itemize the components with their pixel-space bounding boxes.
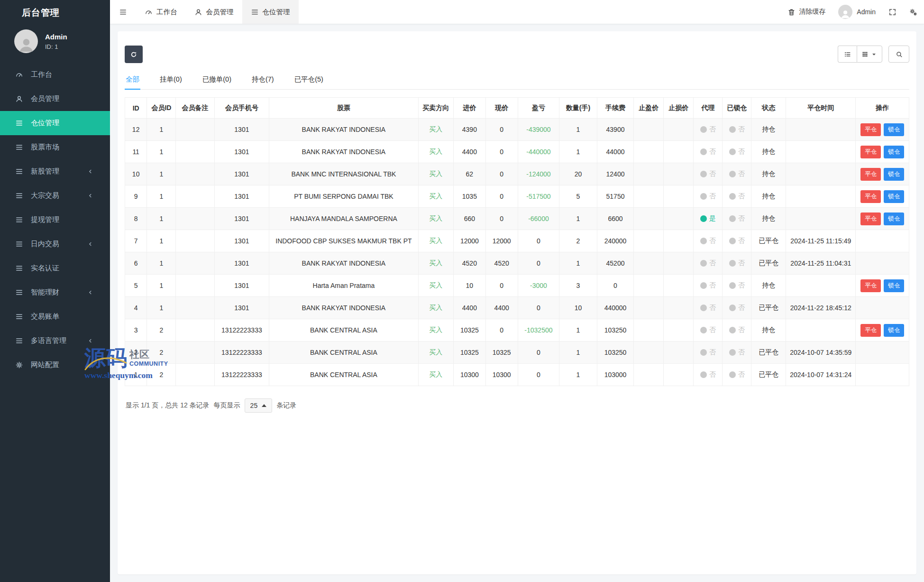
lock-position-button[interactable]: 锁仓: [884, 168, 904, 181]
nav-tab-positions[interactable]: 仓位管理: [242, 0, 299, 24]
toggle-switch[interactable]: 否: [729, 281, 745, 290]
lock-position-button[interactable]: 锁仓: [884, 324, 904, 337]
tab-all[interactable]: 全部: [125, 71, 140, 90]
toggle-switch[interactable]: 是: [700, 214, 716, 223]
tab-pending[interactable]: 挂单(0): [159, 71, 183, 90]
refresh-button[interactable]: [125, 46, 143, 63]
toggle-switch[interactable]: 否: [700, 125, 716, 134]
tab-closed[interactable]: 已平仓(5): [293, 71, 324, 90]
topbar-user-menu[interactable]: Admin: [838, 5, 876, 19]
fullscreen-button[interactable]: [888, 8, 897, 16]
cell-entry-price: 10325: [453, 342, 485, 364]
toggle-label: 否: [709, 192, 716, 201]
lock-position-button[interactable]: 锁仓: [884, 123, 904, 136]
toggle-switch[interactable]: 否: [729, 326, 745, 334]
lock-position-button[interactable]: 锁仓: [884, 146, 904, 158]
sidebar-item-languages[interactable]: 多语言管理: [0, 329, 110, 353]
toggle-switch[interactable]: 否: [700, 148, 716, 156]
toggle-switch[interactable]: 否: [700, 259, 716, 268]
bars-icon: [14, 192, 24, 200]
toggle-label: 否: [738, 148, 745, 156]
column-header: 买卖方向: [418, 98, 453, 119]
toggle-switch[interactable]: 否: [729, 125, 745, 134]
toggle-switch[interactable]: 否: [729, 237, 745, 245]
toggle-switch[interactable]: 否: [729, 348, 745, 357]
sidebar-item-block-trade[interactable]: 大宗交易: [0, 184, 110, 208]
sidebar-item-positions[interactable]: 仓位管理: [0, 111, 110, 135]
sidebar-item-new-stock[interactable]: 新股管理: [0, 159, 110, 184]
toggle-switch[interactable]: 否: [700, 370, 716, 379]
close-position-button[interactable]: 平仓: [860, 212, 881, 225]
cell-locked-toggle: 否: [723, 141, 751, 163]
profit-loss-value: -1032500: [524, 326, 552, 334]
toggle-switch[interactable]: 否: [700, 170, 716, 178]
cell-actions: [856, 230, 909, 252]
column-header: 会员ID: [147, 98, 176, 119]
toggle-switch[interactable]: 否: [729, 259, 745, 268]
sidebar-toggle-button[interactable]: [110, 0, 136, 24]
close-position-button[interactable]: 平仓: [860, 190, 881, 203]
cell-take-profit: [634, 119, 664, 141]
columns-dropdown-button[interactable]: [857, 46, 882, 63]
cell-member-id: 2: [147, 364, 176, 386]
tab-holding[interactable]: 持仓(7): [251, 71, 275, 90]
cell-close-time: 2024-11-25 11:04:31: [786, 252, 856, 275]
cell-stop-loss: [664, 342, 694, 364]
toggle-switch[interactable]: 否: [729, 148, 745, 156]
lock-position-button[interactable]: 锁仓: [884, 190, 904, 203]
clear-cache-button[interactable]: 清除缓存: [787, 8, 825, 16]
cell-stop-loss: [664, 230, 694, 252]
sidebar-item-smart-invest[interactable]: 智能理财: [0, 280, 110, 305]
sidebar-item-kyc[interactable]: 实名认证: [0, 256, 110, 280]
sidebar-item-trade-bills[interactable]: 交易账单: [0, 305, 110, 329]
column-header: 股票: [269, 98, 418, 119]
sidebar-item-site-config[interactable]: 网站配置: [0, 353, 110, 377]
toggle-label: 否: [709, 304, 716, 312]
lock-position-button[interactable]: 锁仓: [884, 279, 904, 292]
toggle-switch[interactable]: 否: [700, 304, 716, 312]
sidebar-item-intraday[interactable]: 日内交易: [0, 232, 110, 256]
cell-member-id: 1: [147, 163, 176, 185]
cell-close-time: [786, 163, 856, 185]
list-view-button[interactable]: [838, 46, 857, 63]
nav-tab-members[interactable]: 会员管理: [186, 0, 242, 24]
toggle-switch[interactable]: 否: [729, 170, 745, 178]
toggle-switch[interactable]: 否: [700, 326, 716, 334]
toggle-switch[interactable]: 否: [700, 237, 716, 245]
cell-take-profit: [634, 342, 664, 364]
nav-tab-workbench[interactable]: 工作台: [136, 0, 186, 24]
lock-position-button[interactable]: 锁仓: [884, 212, 904, 225]
cell-locked-toggle: 否: [723, 364, 751, 386]
close-position-button[interactable]: 平仓: [860, 324, 881, 337]
sidebar-item-members[interactable]: 会员管理: [0, 87, 110, 111]
cell-direction: 买入: [418, 119, 453, 141]
toggle-switch[interactable]: 否: [700, 192, 716, 201]
toggle-switch[interactable]: 否: [729, 304, 745, 312]
table-header-row: ID会员ID会员备注会员手机号股票买卖方向进价现价盈亏数量(手)手续费止盈价止损…: [125, 98, 909, 119]
sidebar-item-workbench[interactable]: 工作台: [0, 63, 110, 87]
close-position-button[interactable]: 平仓: [860, 123, 881, 136]
tab-cancelled[interactable]: 已撤单(0): [201, 71, 232, 90]
settings-gears-button[interactable]: [909, 8, 917, 16]
close-position-button[interactable]: 平仓: [860, 146, 881, 158]
cell-direction: 买入: [418, 208, 453, 230]
toggle-switch[interactable]: 否: [700, 281, 716, 290]
cell-stock: BANK CENTRAL ASIA: [269, 364, 418, 386]
sidebar-item-stock-market[interactable]: 股票市场: [0, 135, 110, 159]
per-page-select[interactable]: 25: [245, 398, 273, 413]
toggle-dot-icon: [729, 260, 736, 267]
profit-loss-value: -124000: [526, 170, 550, 178]
cell-fee: 12400: [597, 163, 634, 185]
search-button[interactable]: [888, 46, 909, 63]
toggle-switch[interactable]: 否: [729, 370, 745, 379]
user-meta: Admin ID: 1: [45, 33, 67, 50]
toggle-switch[interactable]: 否: [729, 192, 745, 201]
close-position-button[interactable]: 平仓: [860, 279, 881, 292]
toggle-switch[interactable]: 否: [729, 214, 745, 223]
sidebar-item-withdrawal[interactable]: 提现管理: [0, 208, 110, 232]
toggle-switch[interactable]: 否: [700, 348, 716, 357]
cell-close-time: 2024-10-07 14:35:59: [786, 342, 856, 364]
close-position-button[interactable]: 平仓: [860, 168, 881, 181]
column-header: ID: [125, 98, 147, 119]
cell-member-remark: [176, 208, 214, 230]
